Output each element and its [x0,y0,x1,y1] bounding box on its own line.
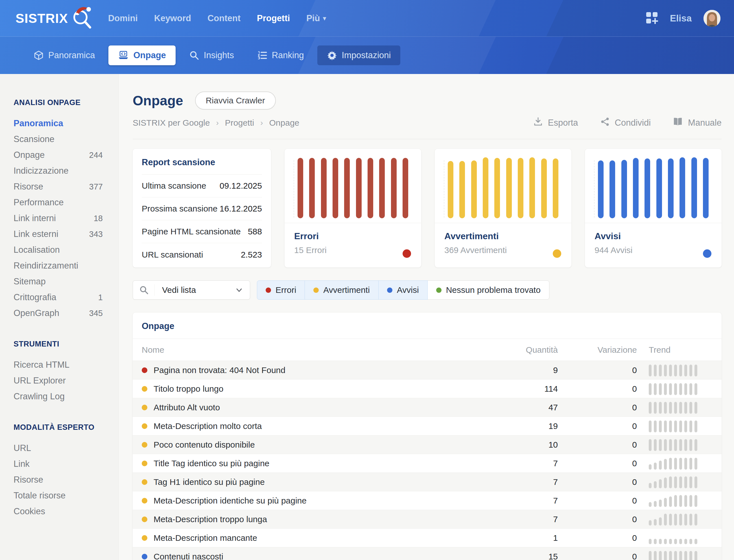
sidebar-item-link[interactable]: Link [14,456,118,472]
sidebar-item-link-esterni[interactable]: Link esterni343 [14,226,118,242]
chart-bar [668,158,674,218]
filter-chip-avvertimenti[interactable]: Avvertimenti [305,280,378,300]
report-row-url-scansionati: URL scansionati2.523 [142,243,262,266]
sidebar-item-crittografia[interactable]: Crittografia1 [14,289,118,305]
sidebar-item-sitemap[interactable]: Sitemap [14,274,118,289]
tab-impostazioni[interactable]: Impostazioni [317,45,400,65]
condividi-button[interactable]: Condividi [600,117,651,129]
table-row-meta-description-mancante[interactable]: Meta-Description mancante10 [133,529,722,547]
quantity-cell: 19 [501,421,558,431]
nav-item-pi[interactable]: Più▾ [306,13,326,23]
quantity-cell: 10 [501,440,558,450]
chip-label: Errori [276,285,296,295]
sidebar-item-opengraph[interactable]: OpenGraph345 [14,305,118,321]
variation-cell: 0 [558,459,637,468]
chart-bar [506,158,512,218]
sidebar-item-panoramica[interactable]: Panoramica [14,116,118,131]
issue-name-cell: Meta-Description troppo lunga [133,515,501,524]
nav-item-domini[interactable]: Domini [108,13,138,23]
table-row-meta-description-molto-corta[interactable]: Meta-Description molto corta190 [133,417,722,435]
tab-panoramica[interactable]: Panoramica [24,45,105,65]
table-row-meta-description-troppo-lunga[interactable]: Meta-Description troppo lunga70 [133,510,722,529]
search-icon [189,50,199,60]
issue-name-cell: Pagina non trovata: 404 Not Found [133,365,501,375]
nav-item-progetti[interactable]: Progetti [257,13,290,23]
sidebar-item-onpage[interactable]: Onpage244 [14,147,118,163]
table-card-title: Onpage [133,313,722,339]
filter-chip-avvisi[interactable]: Avvisi [378,280,428,300]
avatar[interactable] [703,10,720,27]
chart-bar [333,158,338,218]
sidebar-section-title: STRUMENTI [14,340,118,348]
severity-filter-group: ErroriAvvertimentiAvvisiNessun problema … [257,280,549,300]
chart-bar [621,160,627,218]
sidebar-item-label: Panoramica [14,118,63,128]
manuale-button[interactable]: Manuale [673,117,722,129]
report-row-prossima-scansione: Prossima scansione16.12.2025 [142,197,262,220]
sidebar-item-scansione[interactable]: Scansione [14,131,118,147]
table-row-title-tag-identico-su-pi-pagine[interactable]: Title Tag identico su più pagine70 [133,454,722,473]
tab-insights[interactable]: Insights [180,45,244,65]
column-header-quantit: Quantità [501,345,558,355]
nav-item-label: Più [306,13,320,23]
nav-item-keyword[interactable]: Keyword [154,13,191,23]
breadcrumb-item[interactable]: Onpage [269,118,300,128]
nav-item-label: Progetti [257,13,290,23]
avvisi-bar-chart [585,149,722,223]
variation-cell: 0 [558,477,637,487]
chip-dot [387,287,392,293]
filter-chip-errori[interactable]: Errori [257,280,305,300]
restart-crawler-button[interactable]: Riavvia Crawler [195,91,276,110]
issue-severity-dot [142,554,147,559]
table-row-poco-contenuto-disponibile[interactable]: Poco contenuto disponibile100 [133,435,722,454]
stat-card-title: Avvertimenti [444,231,562,241]
issue-severity-dot [142,498,147,504]
sidebar-item-risorse[interactable]: Risorse [14,472,118,488]
stat-card-errori: Errori15 Errori [285,149,421,267]
sidebar-item-cookies[interactable]: Cookies [14,504,118,519]
sidebar-item-crawling-log[interactable]: Crawling Log [14,389,118,404]
sidebar-section-analisi-onpage: ANALISI ONPAGEPanoramicaScansioneOnpage2… [14,98,118,321]
sidebar-item-count: 244 [89,151,103,160]
sidebar-item-label: Crawling Log [14,391,65,402]
divider [133,139,722,139]
breadcrumb-item[interactable]: SISTRIX per Google [133,118,210,128]
user-name[interactable]: Elisa [670,13,692,24]
sidebar-item-label: Scansione [14,134,55,144]
tab-ranking[interactable]: Ranking [248,45,314,65]
breadcrumb-item[interactable]: Progetti [225,118,254,128]
apps-grid-icon[interactable] [646,12,658,25]
trend-cell [637,401,722,414]
trend-sparkline [649,383,722,395]
table-row-tag-h1-identico-su-pi-pagine[interactable]: Tag H1 identico su più pagine70 [133,473,722,491]
sidebar-item-label: Link interni [14,213,56,223]
tab-label: Onpage [133,50,166,60]
sidebar-item-localisation[interactable]: Localisation [14,242,118,258]
chart-bar [379,158,385,218]
table-row-meta-description-identiche-su-pi-pagine[interactable]: Meta-Description identiche su più pagine… [133,491,722,510]
stat-card-title: Errori [294,231,411,241]
report-row-label: Prossima scansione [142,204,217,213]
sidebar-item-indicizzazione[interactable]: Indicizzazione [14,163,118,179]
table-row-attributo-alt-vuoto[interactable]: Attributo Alt vuoto470 [133,398,722,417]
view-list-dropdown[interactable]: Vedi lista [133,280,250,300]
sidebar-item-risorse[interactable]: Risorse377 [14,179,118,195]
table-row-titolo-troppo-lungo[interactable]: Titolo troppo lungo1140 [133,380,722,398]
trend-cell [637,532,722,544]
sidebar-item-reindirizzamenti[interactable]: Reindirizzamenti [14,258,118,274]
chart-bar [598,160,604,218]
filter-chip-nessun-problema-trovato[interactable]: Nessun problema trovato [427,280,549,300]
nav-item-label: Keyword [154,13,191,23]
sistrix-logo[interactable]: SISTRIX [16,5,97,31]
sidebar-item-ricerca-html[interactable]: Ricerca HTML [14,357,118,373]
sidebar-item-url[interactable]: URL [14,440,118,456]
esporta-button[interactable]: Esporta [533,117,578,129]
table-row-contenuti-nascosti[interactable]: Contenuti nascosti150 [133,547,722,560]
sidebar-item-performance[interactable]: Performance [14,195,118,210]
table-row-pagina-non-trovata-404-not-found[interactable]: Pagina non trovata: 404 Not Found90 [133,361,722,380]
tab-onpage[interactable]: Onpage [108,45,175,65]
sidebar-item-link-interni[interactable]: Link interni18 [14,210,118,226]
sidebar-item-url-explorer[interactable]: URL Explorer [14,373,118,389]
sidebar-item-totale-risorse[interactable]: Totale risorse [14,488,118,504]
nav-item-content[interactable]: Content [208,13,241,23]
